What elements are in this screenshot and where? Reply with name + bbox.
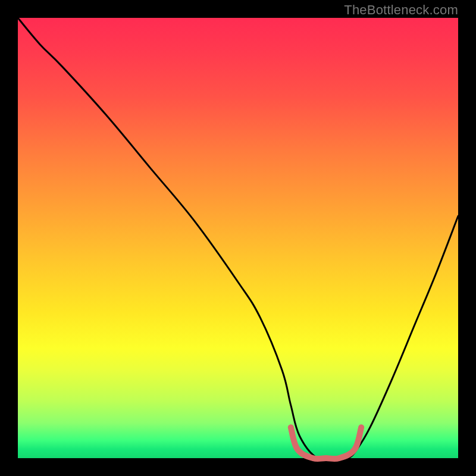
optimal-band-marker	[291, 427, 361, 459]
plot-area	[18, 18, 458, 458]
chart-container: TheBottleneck.com	[0, 0, 476, 476]
bottleneck-curve-svg	[18, 18, 458, 458]
bottleneck-curve	[18, 18, 458, 460]
watermark-text: TheBottleneck.com	[344, 2, 458, 18]
